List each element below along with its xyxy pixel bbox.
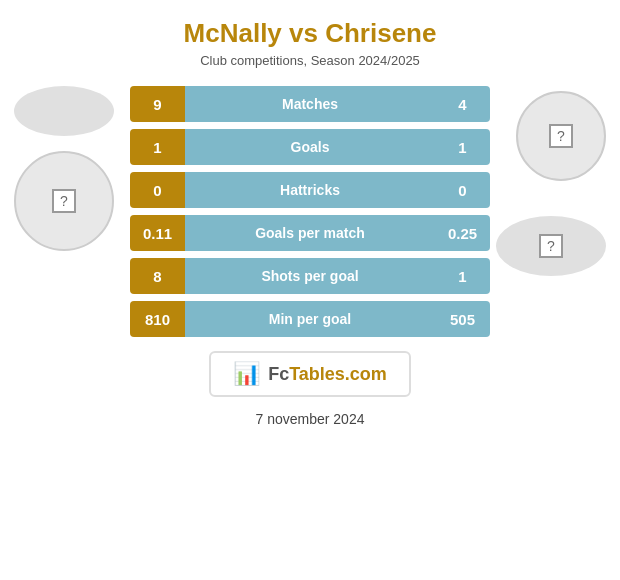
logo-box: 📊 FcTables.com (209, 351, 411, 397)
stat-label: Matches (185, 86, 435, 122)
avatar-left-circle: ? (14, 151, 114, 251)
avatar-right-top-placeholder: ? (549, 124, 573, 148)
stat-value-left: 8 (130, 258, 185, 294)
avatar-right-ellipse: ? (496, 216, 606, 276)
stat-label: Shots per goal (185, 258, 435, 294)
avatar-right-circle-top: ? (516, 91, 606, 181)
page-title: McNally vs Chrisene (0, 0, 620, 49)
stats-rows: 9Matches41Goals10Hattricks00.11Goals per… (130, 86, 490, 337)
logo-section: 📊 FcTables.com 7 november 2024 (0, 351, 620, 427)
stat-value-right: 0 (435, 172, 490, 208)
stat-label: Min per goal (185, 301, 435, 337)
stat-row: 8Shots per goal1 (130, 258, 490, 294)
avatar-right-bot-placeholder: ? (539, 234, 563, 258)
stat-row: 810Min per goal505 (130, 301, 490, 337)
stat-label: Goals (185, 129, 435, 165)
stats-wrapper: ? ? ? 9Matches41Goals10Hattricks00.11Goa… (0, 86, 620, 337)
avatar-left-placeholder: ? (52, 189, 76, 213)
stat-row: 1Goals1 (130, 129, 490, 165)
stat-label: Goals per match (185, 215, 435, 251)
page-subtitle: Club competitions, Season 2024/2025 (0, 53, 620, 68)
logo-text: FcTables.com (268, 364, 387, 385)
logo-icon: 📊 (233, 361, 260, 387)
footer-date: 7 november 2024 (256, 411, 365, 427)
stat-value-left: 1 (130, 129, 185, 165)
stat-value-right: 0.25 (435, 215, 490, 251)
stat-label: Hattricks (185, 172, 435, 208)
stat-row: 0.11Goals per match0.25 (130, 215, 490, 251)
stat-value-left: 0.11 (130, 215, 185, 251)
stat-row: 9Matches4 (130, 86, 490, 122)
stat-row: 0Hattricks0 (130, 172, 490, 208)
stat-value-left: 9 (130, 86, 185, 122)
stat-value-left: 810 (130, 301, 185, 337)
page-container: McNally vs Chrisene Club competitions, S… (0, 0, 620, 580)
avatar-left-ellipse (14, 86, 114, 136)
stat-value-right: 1 (435, 129, 490, 165)
stat-value-right: 4 (435, 86, 490, 122)
stat-value-left: 0 (130, 172, 185, 208)
stat-value-right: 505 (435, 301, 490, 337)
stat-value-right: 1 (435, 258, 490, 294)
